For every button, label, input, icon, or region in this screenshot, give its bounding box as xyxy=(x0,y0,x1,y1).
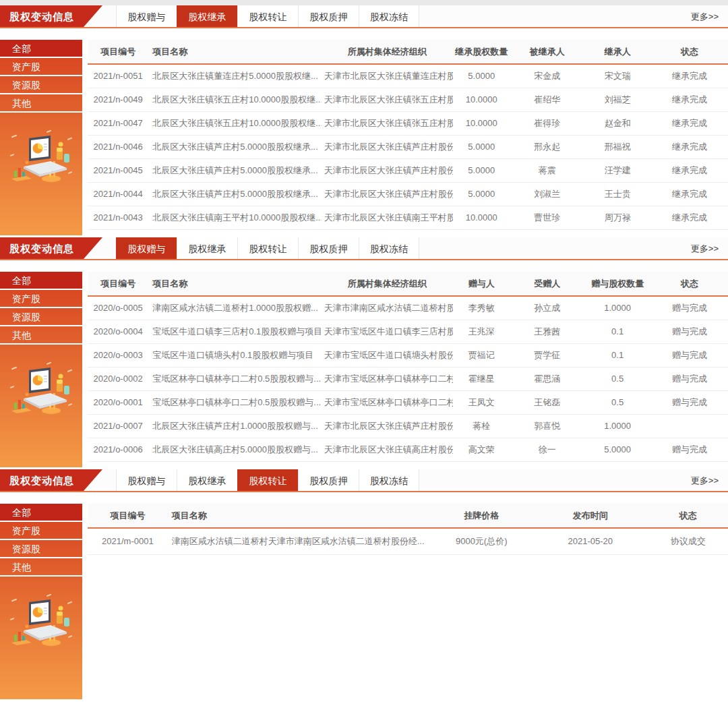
column-header: 继承人 xyxy=(584,40,651,64)
sidebar-filter-item[interactable]: 资源股 xyxy=(0,308,82,326)
equity-tab[interactable]: 股权冻结 xyxy=(359,5,419,27)
table-cell: 5.0000 xyxy=(453,135,511,158)
sidebar-filter-item[interactable]: 资产股 xyxy=(0,58,82,76)
equity-tab[interactable]: 股权冻结 xyxy=(359,469,419,491)
table-cell: 孙立成 xyxy=(510,296,584,320)
sidebar-filter-item[interactable]: 全部 xyxy=(0,504,82,522)
records-table-area: 项目编号 项目名称 所属村集体经济组织 继承股权数量 被继承人 xyxy=(88,40,728,235)
table-cell: 天津市北辰区大张庄镇南王平村股... xyxy=(322,206,453,229)
sidebar-filter-item[interactable]: 全部 xyxy=(0,272,82,290)
table-row[interactable]: 2021/o-0007 北辰区大张庄镇芦庄村1.0000股股权赠与... 天津市… xyxy=(88,414,728,438)
sidebar-filter-item[interactable]: 资产股 xyxy=(0,290,82,308)
table-cell: 王士贵 xyxy=(584,182,651,206)
equity-tab[interactable]: 股权转让 xyxy=(237,469,298,491)
table-cell: 5.0000 xyxy=(453,182,511,206)
equity-tab[interactable]: 股权质押 xyxy=(298,237,359,259)
table-cell: 2021/n-0051 xyxy=(88,64,148,88)
table-cell: 0.5 xyxy=(584,390,651,414)
more-link[interactable]: 更多>> xyxy=(691,469,728,491)
table-cell: 协议成交 xyxy=(648,528,728,554)
equity-tab[interactable]: 股权继承 xyxy=(177,469,237,491)
table-cell: 2021/n-0047 xyxy=(88,111,148,135)
table-row[interactable]: 2021/n-0045 北辰区大张庄镇芦庄村5.0000股股权继承... 天津市… xyxy=(88,158,728,182)
table-cell: 继承完成 xyxy=(651,135,728,158)
equity-tab[interactable]: 股权继承 xyxy=(177,237,237,259)
table-cell: 继承完成 xyxy=(651,88,728,111)
equity-tab[interactable]: 股权转让 xyxy=(237,5,298,27)
table-cell: 1.0000 xyxy=(584,414,651,438)
table-cell: 天津市北辰区大张庄镇芦庄村股份... xyxy=(322,182,453,206)
table-row[interactable]: 2021/n-0049 北辰区大张庄镇张五庄村10.0000股股权继... 天津… xyxy=(88,88,728,111)
column-header: 被继承人 xyxy=(510,40,584,64)
table-cell: 王铭磊 xyxy=(510,390,584,414)
table-cell xyxy=(651,414,728,438)
equity-tab[interactable]: 股权冻结 xyxy=(359,237,419,259)
more-link[interactable]: 更多>> xyxy=(691,237,728,259)
table-cell: 霍思涵 xyxy=(510,367,584,390)
table-row[interactable]: 2021/n-0046 北辰区大张庄镇芦庄村5.0000股股权继承... 天津市… xyxy=(88,135,728,158)
table-cell: 赵金和 xyxy=(584,111,651,135)
table-cell: 2021/n-0045 xyxy=(88,158,148,182)
category-sidebar: 全部 资产股 资源股 其他 xyxy=(0,272,82,467)
page-top-strip xyxy=(0,0,728,5)
sidebar-filter-item[interactable]: 其他 xyxy=(0,326,82,345)
table-row[interactable]: 2020/o-0004 宝坻区牛道口镇李三店村0.1股股权赠与项目 天津市宝坻区… xyxy=(88,320,728,343)
records-table-area: 项目编号 项目名称 所属村集体经济组织 赠与人 受赠人 xyxy=(88,272,728,467)
sidebar-filter-item[interactable]: 其他 xyxy=(0,94,82,113)
table-cell: 北辰区大张庄镇芦庄村1.0000股股权赠与... xyxy=(148,414,322,438)
table-cell: 北辰区大张庄镇南王平村10.0000股股权继... xyxy=(148,206,322,229)
table-row[interactable]: 2021/n-0051 北辰区大张庄镇董连庄村5.0000股股权继... 天津市… xyxy=(88,64,728,88)
more-link[interactable]: 更多>> xyxy=(691,5,728,27)
table-cell: 北辰区大张庄镇张五庄村10.0000股股权继... xyxy=(148,88,322,111)
records-table: 项目编号 项目名称 所属村集体经济组织 赠与人 受赠人 xyxy=(88,272,728,462)
table-cell: 蒋震 xyxy=(510,158,584,182)
sidebar-filter-item[interactable]: 资产股 xyxy=(0,522,82,540)
equity-change-section: 股权变动信息 股权赠与 股权继承 股权转让 股权质押 股权冻结 更多>> xyxy=(0,5,728,235)
table-cell: 津南区咸水沽镇二道桥村天津市津南区咸水沽镇二道桥村股份经... xyxy=(168,528,431,554)
sidebar-filter-item[interactable]: 资源股 xyxy=(0,76,82,94)
table-row[interactable]: 2020/o-0005 津南区咸水沽镇二道桥村1.0000股股权赠... 天津市… xyxy=(88,296,728,320)
equity-tab[interactable]: 股权赠与 xyxy=(116,469,177,491)
table-cell: 继承完成 xyxy=(651,111,728,135)
equity-tab[interactable]: 股权质押 xyxy=(298,5,359,27)
table-cell: 10.0000 xyxy=(453,88,511,111)
column-header: 受赠人 xyxy=(510,272,584,296)
table-cell: 北辰区大张庄镇董连庄村5.0000股股权继... xyxy=(148,64,322,88)
table-row[interactable]: 2021/m-0001 津南区咸水沽镇二道桥村天津市津南区咸水沽镇二道桥村股份经… xyxy=(88,528,728,554)
section-header-bar: 股权变动信息 股权赠与 股权继承 股权转让 股权质押 股权冻结 更多>> xyxy=(0,469,728,492)
table-cell: 赠与完成 xyxy=(651,320,728,343)
sidebar-filter-item[interactable]: 其他 xyxy=(0,558,82,577)
equity-tab[interactable]: 股权质押 xyxy=(298,469,359,491)
table-cell: 5.0000 xyxy=(584,438,651,461)
table-cell: 邢福祝 xyxy=(584,135,651,158)
section-body: 全部 资产股 资源股 其他 xyxy=(0,272,728,467)
table-head: 项目编号 项目名称 所属村集体经济组织 赠与人 受赠人 xyxy=(88,272,728,296)
table-cell: 天津市北辰区大张庄镇董连庄村股... xyxy=(322,64,453,88)
equity-tab[interactable]: 股权赠与 xyxy=(116,237,177,259)
table-row[interactable]: 2021/n-0044 北辰区大张庄镇芦庄村5.0000股股权继承... 天津市… xyxy=(88,182,728,206)
table-cell: 徐一 xyxy=(510,438,584,461)
column-header: 挂牌价格 xyxy=(430,504,533,528)
table-row[interactable]: 2021/o-0006 北辰区大张庄镇高庄村5.0000股股权赠与... 天津市… xyxy=(88,438,728,461)
table-cell: 天津市北辰区大张庄镇高庄村股份... xyxy=(322,438,453,461)
sidebar-filter-item[interactable]: 全部 xyxy=(0,40,82,58)
table-cell: 2021-05-20 xyxy=(533,528,648,554)
table-cell: 5.0000 xyxy=(453,158,511,182)
table-cell: 0.1 xyxy=(584,343,651,367)
table-cell: 天津市北辰区大张庄镇芦庄村股份... xyxy=(322,158,453,182)
equity-tab[interactable]: 股权赠与 xyxy=(116,5,177,27)
table-body: 2021/n-0051 北辰区大张庄镇董连庄村5.0000股股权继... 天津市… xyxy=(88,64,728,229)
table-row[interactable]: 2020/o-0001 宝坻区林亭口镇林亭口二村0.5股股权赠与... 天津市宝… xyxy=(88,390,728,414)
table-header-row: 项目编号 项目名称 挂牌价格 发布时间 状态 xyxy=(88,504,728,528)
table-cell: 2020/o-0005 xyxy=(88,296,148,320)
table-row[interactable]: 2020/o-0003 宝坻区牛道口镇塘头村0.1股股权赠与项目 天津市宝坻区牛… xyxy=(88,343,728,367)
table-row[interactable]: 2021/n-0047 北辰区大张庄镇张五庄村10.0000股股权继... 天津… xyxy=(88,111,728,135)
sidebar-filter-item[interactable]: 资源股 xyxy=(0,540,82,558)
table-row[interactable]: 2020/o-0002 宝坻区林亭口镇林亭口二村0.5股股权赠与... 天津市宝… xyxy=(88,367,728,390)
table-cell: 天津市北辰区大张庄镇张五庄村股... xyxy=(322,88,453,111)
equity-tab[interactable]: 股权转让 xyxy=(237,237,298,259)
equity-tab[interactable]: 股权继承 xyxy=(177,5,237,27)
table-row[interactable]: 2021/n-0043 北辰区大张庄镇南王平村10.0000股股权继... 天津… xyxy=(88,206,728,229)
table-cell: 天津市宝坻区牛道口镇塘头村股份... xyxy=(322,343,453,367)
column-header: 项目编号 xyxy=(88,40,148,64)
